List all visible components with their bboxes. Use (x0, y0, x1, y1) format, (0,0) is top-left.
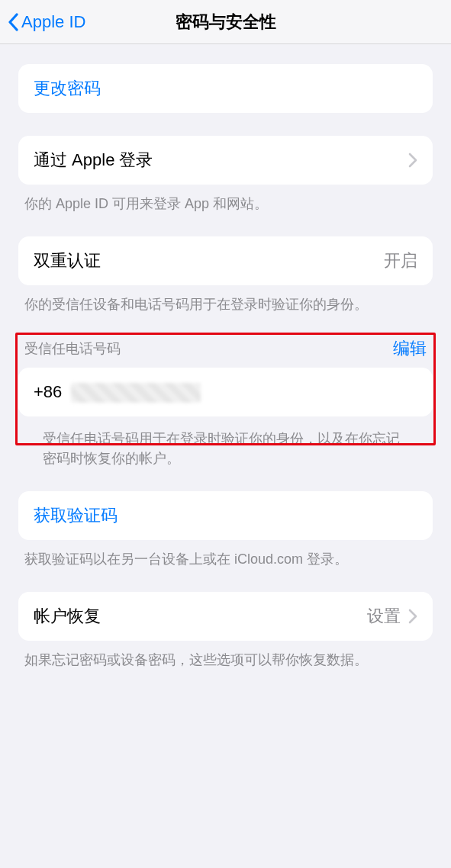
back-label: Apple ID (21, 12, 85, 32)
change-password-label: 更改密码 (34, 77, 101, 100)
navbar: Apple ID 密码与安全性 (0, 0, 451, 44)
page-title: 密码与安全性 (176, 11, 276, 34)
trusted-phone-number: +86 (34, 382, 201, 403)
account-recovery-footer: 如果忘记密码或设备密码，这些选项可以帮你恢复数据。 (18, 641, 433, 670)
sign-in-with-apple-footer: 你的 Apple ID 可用来登录 App 和网站。 (18, 185, 433, 214)
trusted-phone-row[interactable]: +86 (18, 368, 433, 416)
trusted-phone-prefix: +86 (34, 382, 62, 401)
trusted-phone-edit-button[interactable]: 编辑 (393, 337, 427, 360)
get-code-row[interactable]: 获取验证码 (18, 491, 433, 540)
trusted-phone-footer: 受信任电话号码用于在登录时验证你的身份，以及在你忘记密码时恢复你的帐户。 (18, 420, 433, 468)
group-two-factor: 双重认证 开启 你的受信任设备和电话号码用于在登录时验证你的身份。 (18, 236, 433, 314)
group-account-recovery: 帐户恢复 设置 如果忘记密码或设备密码，这些选项可以帮你恢复数据。 (18, 592, 433, 670)
chevron-left-icon (8, 13, 18, 31)
get-code-label: 获取验证码 (34, 504, 118, 527)
sign-in-with-apple-label: 通过 Apple 登录 (34, 149, 153, 172)
redacted-phone-mask (71, 383, 201, 403)
account-recovery-row[interactable]: 帐户恢复 设置 (18, 592, 433, 641)
group-sign-in-with-apple: 通过 Apple 登录 你的 Apple ID 可用来登录 App 和网站。 (18, 136, 433, 214)
change-password-row[interactable]: 更改密码 (18, 64, 433, 113)
back-button[interactable]: Apple ID (8, 0, 85, 43)
two-factor-footer: 你的受信任设备和电话号码用于在登录时验证你的身份。 (18, 285, 433, 314)
group-trusted-phone: 受信任电话号码 编辑 +86 (18, 337, 433, 416)
chevron-right-icon (408, 153, 417, 168)
account-recovery-label: 帐户恢复 (34, 605, 101, 628)
chevron-right-icon (408, 609, 417, 624)
two-factor-row[interactable]: 双重认证 开启 (18, 236, 433, 285)
group-change-password: 更改密码 (18, 64, 433, 113)
sign-in-with-apple-row[interactable]: 通过 Apple 登录 (18, 136, 433, 185)
get-code-footer: 获取验证码以在另一台设备上或在 iCloud.com 登录。 (18, 540, 433, 569)
account-recovery-value: 设置 (367, 605, 401, 628)
group-get-code: 获取验证码 获取验证码以在另一台设备上或在 iCloud.com 登录。 (18, 491, 433, 569)
two-factor-label: 双重认证 (34, 249, 101, 272)
two-factor-status: 开启 (384, 249, 417, 272)
trusted-phone-header: 受信任电话号码 (24, 339, 121, 358)
